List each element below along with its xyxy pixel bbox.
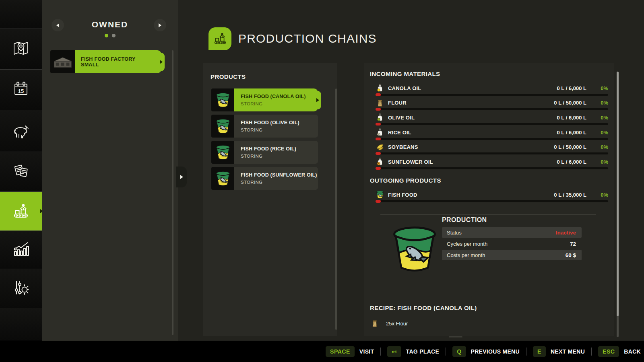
recipe-heading: RECIPE: FISH FOOD (CANOLA OIL) xyxy=(370,304,477,311)
material-row-sunflower-oil: SUNFLOWER OIL 0 L / 6,000 L 0% xyxy=(376,156,608,171)
incoming-materials-heading: INCOMING MATERIALS xyxy=(370,70,440,77)
sidebar-item-statistics[interactable] xyxy=(0,231,42,269)
flour-icon xyxy=(370,319,379,328)
sidebar-item-blank xyxy=(0,0,42,29)
canola-oil-icon xyxy=(376,84,384,93)
production-detail-panel: INCOMING MATERIALS CANOLA OIL 0 L / 6,00… xyxy=(364,63,614,336)
section-divider xyxy=(380,214,596,215)
product-status: STORING xyxy=(241,101,318,106)
hint-visit: SPACE VISIT xyxy=(326,346,374,357)
production-chains-icon xyxy=(212,30,228,48)
selected-product-image xyxy=(389,224,440,276)
detail-scrollbar-thumb[interactable] xyxy=(617,72,619,316)
outgoing-products-list: FISH FOOD 0 L / 35,000 L 0% xyxy=(376,189,608,204)
sidebar-item-settings[interactable] xyxy=(0,269,42,308)
fish-food-icon xyxy=(376,190,384,199)
owned-list-item-fish-food-factory[interactable]: FISH FOOD FACTORY SMALL xyxy=(50,50,161,73)
outgoing-products-heading: OUTGOING PRODUCTS xyxy=(370,177,441,184)
empty-level-dot xyxy=(376,167,381,170)
empty-level-dot xyxy=(376,200,381,203)
esc-key[interactable]: ESC xyxy=(598,346,619,357)
sliders-gear-icon xyxy=(11,278,31,299)
hint-next-menu: E NEXT MENU xyxy=(533,346,585,357)
material-row-soybeans: SOYBEANS 0 L / 50,000 L 0% xyxy=(376,142,608,156)
material-row-canola-oil: CANOLA OIL 0 L / 6,000 L 0% xyxy=(376,82,608,97)
owned-panel-scrollbar[interactable] xyxy=(172,50,173,335)
product-title: FISH FOOD (CANOLA OIL) xyxy=(241,94,318,99)
incoming-materials-list: CANOLA OIL 0 L / 6,000 L 0% FLOUR 0 L / … xyxy=(376,82,608,171)
owned-item-notch xyxy=(157,53,165,71)
empty-level-dot xyxy=(376,152,381,155)
products-scrollbar[interactable] xyxy=(335,88,337,330)
tab-key-arrow-icon[interactable]: ↤ xyxy=(387,346,401,357)
fill-level-bar xyxy=(376,200,608,202)
production-chains-screen: 15 xyxy=(0,0,644,362)
product-title: FISH FOOD (SUNFLOWER OIL) xyxy=(241,172,318,178)
cow-icon xyxy=(11,121,31,142)
owned-pager-dots xyxy=(42,34,178,37)
keyboard-hints-bar: SPACE VISIT ↤ TAG PLACE Q PREVIOUS MENU … xyxy=(0,341,644,362)
map-icon xyxy=(11,39,31,60)
fish-food-bucket-icon xyxy=(211,115,234,138)
production-heading: PRODUCTION xyxy=(442,216,487,224)
sidebar: 15 xyxy=(0,0,42,341)
e-key[interactable]: E xyxy=(533,346,546,357)
production-info-table: Status Inactive Cycles per month 72 Cost… xyxy=(442,227,582,260)
fill-level-bar xyxy=(376,152,608,154)
flour-icon xyxy=(376,99,384,107)
page-icon-badge xyxy=(208,27,231,50)
sidebar-item-map[interactable] xyxy=(0,29,42,70)
fill-level-bar xyxy=(376,108,608,110)
owned-next-button[interactable] xyxy=(154,19,166,31)
material-row-flour: FLOUR 0 L / 50,000 L 0% xyxy=(376,97,608,112)
fish-food-bucket-icon xyxy=(211,141,234,164)
fill-level-bar xyxy=(376,167,608,169)
soybeans-icon xyxy=(376,143,384,152)
hint-tag-place: ↤ TAG PLACE xyxy=(387,346,439,357)
fish-food-bucket-icon xyxy=(211,88,234,111)
product-row-fish-food: FISH FOOD 0 L / 35,000 L 0% xyxy=(376,189,608,204)
status-value: Inactive xyxy=(556,230,576,236)
olive-oil-icon xyxy=(376,113,384,122)
space-key[interactable]: SPACE xyxy=(326,346,355,357)
owned-panel: OWNED FISH FOOD FACTORY SMALL xyxy=(42,0,178,341)
sidebar-item-animals[interactable] xyxy=(0,110,42,152)
fish-food-bucket-icon xyxy=(211,167,234,190)
hint-previous-menu: Q PREVIOUS MENU xyxy=(452,346,520,357)
hint-divider xyxy=(526,348,526,356)
page-title: PRODUCTION CHAINS xyxy=(238,32,377,45)
product-item-olive[interactable]: FISH FOOD (OLIVE OIL) STORING xyxy=(211,115,318,138)
empty-level-dot xyxy=(376,138,381,140)
material-row-olive-oil: OLIVE OIL 0 L / 6,000 L 0% xyxy=(376,112,608,127)
product-status: STORING xyxy=(241,128,318,132)
owned-item-label: FISH FOOD FACTORY SMALL xyxy=(75,56,144,68)
fill-level-bar xyxy=(376,138,608,140)
q-key[interactable]: Q xyxy=(452,346,466,357)
product-status: STORING xyxy=(241,180,318,185)
bar-chart-icon xyxy=(11,239,31,260)
sidebar-item-production[interactable] xyxy=(0,192,42,231)
sidebar-item-contracts[interactable] xyxy=(0,152,42,192)
detail-scrollbar-track[interactable] xyxy=(617,72,619,337)
empty-level-dot xyxy=(376,93,381,96)
panel-collapse-handle[interactable] xyxy=(176,167,187,187)
hint-back: ESC BACK xyxy=(598,346,641,357)
product-item-canola[interactable]: FISH FOOD (CANOLA OIL) STORING xyxy=(211,88,318,111)
recipe-scroll-indicator xyxy=(449,336,462,337)
recipe-ingredient-flour: 25x Flour xyxy=(370,319,408,328)
hint-divider xyxy=(446,348,446,356)
calendar-day-label: 15 xyxy=(18,88,24,94)
product-item-sunflower[interactable]: FISH FOOD (SUNFLOWER OIL) STORING xyxy=(211,167,318,190)
sidebar-item-calendar[interactable]: 15 xyxy=(0,70,42,110)
fill-level-bar xyxy=(376,123,608,125)
empty-level-dot xyxy=(376,108,381,111)
sunflower-oil-icon xyxy=(376,157,384,166)
product-item-rice[interactable]: FISH FOOD (RICE OIL) STORING xyxy=(211,141,318,164)
sidebar-item-blank-bottom xyxy=(0,308,42,340)
selected-item-notch xyxy=(314,91,321,109)
pager-dot-active xyxy=(105,34,108,37)
table-row-costs: Costs per month 60 $ xyxy=(442,250,582,260)
hint-divider xyxy=(380,348,381,356)
calendar-icon: 15 xyxy=(11,79,31,100)
factory-thumbnail xyxy=(50,50,75,73)
